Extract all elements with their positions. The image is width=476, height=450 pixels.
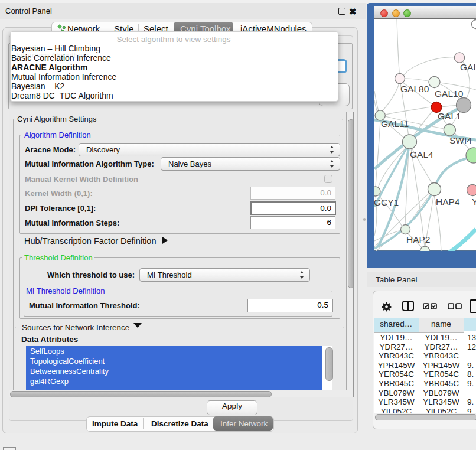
svg-text:GCY1: GCY1 [374,197,399,207]
svg-text:YJ: YJ [472,197,476,207]
svg-text:HAP2: HAP2 [406,234,431,244]
svg-text:GAL1: GAL1 [438,111,461,121]
svg-text:SWI4: SWI4 [449,135,472,145]
svg-text:GAL10: GAL10 [435,89,464,99]
svg-text:HAP4: HAP4 [436,197,460,207]
svg-text:GAL4: GAL4 [410,149,433,159]
svg-text:GAL80: GAL80 [400,84,429,94]
svg-text:GAL7: GAL7 [460,62,476,72]
svg-text:GAL11: GAL11 [381,119,409,129]
